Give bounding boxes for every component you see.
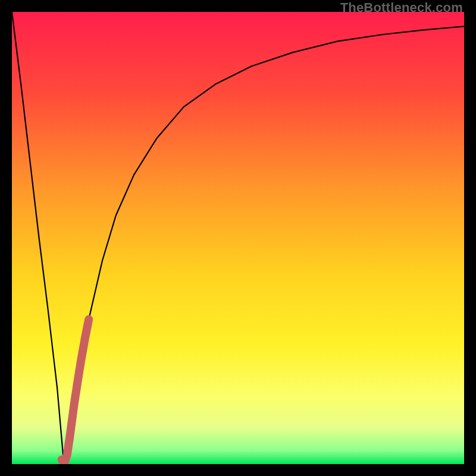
gradient-background bbox=[12, 12, 464, 464]
bottleneck-chart bbox=[12, 12, 464, 464]
watermark-label: TheBottleneck.com bbox=[340, 0, 463, 15]
